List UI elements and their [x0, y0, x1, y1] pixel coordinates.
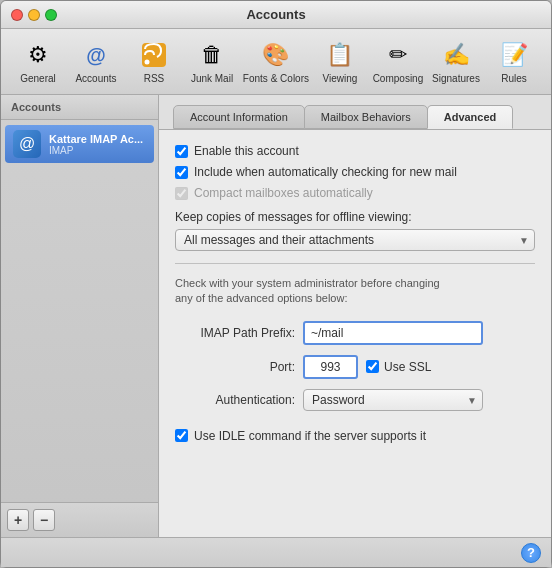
enable-account-row: Enable this account: [175, 144, 535, 158]
rules-icon: 📝: [498, 39, 530, 71]
content-area: Accounts @ Kattare IMAP Ac... IMAP + −: [1, 95, 551, 537]
toolbar: ⚙ General @ Accounts RSS 🗑 Junk Mail 🎨 F…: [1, 29, 551, 95]
tab-mailbox-behaviors[interactable]: Mailbox Behaviors: [304, 105, 428, 129]
advanced-panel: Enable this account Include when automat…: [159, 130, 551, 537]
port-label: Port:: [175, 360, 295, 374]
imap-path-row: IMAP Path Prefix:: [175, 321, 535, 345]
toolbar-rss-label: RSS: [144, 73, 165, 84]
port-ssl-row: Use SSL: [303, 355, 431, 379]
toolbar-rules-label: Rules: [501, 73, 527, 84]
enable-account-checkbox[interactable]: [175, 145, 188, 158]
account-type: IMAP: [49, 145, 143, 156]
sidebar-account-item[interactable]: @ Kattare IMAP Ac... IMAP: [5, 125, 154, 163]
toolbar-fonts-colors-label: Fonts & Colors: [243, 73, 309, 84]
toolbar-fonts-colors[interactable]: 🎨 Fonts & Colors: [243, 35, 309, 88]
toolbar-viewing-label: Viewing: [322, 73, 357, 84]
toolbar-composing-label: Composing: [373, 73, 424, 84]
toolbar-signatures[interactable]: ✍ Signatures: [429, 35, 483, 88]
toolbar-junk-mail-label: Junk Mail: [191, 73, 233, 84]
tab-account-information[interactable]: Account Information: [173, 105, 305, 129]
close-button[interactable]: [11, 9, 23, 21]
offline-select[interactable]: All messages and their attachments: [175, 229, 535, 251]
sidebar-accounts-list: @ Kattare IMAP Ac... IMAP: [1, 120, 158, 502]
toolbar-general[interactable]: ⚙ General: [11, 35, 65, 88]
bottom-bar: ?: [1, 537, 551, 567]
account-name: Kattare IMAP Ac...: [49, 133, 143, 145]
auto-check-label: Include when automatically checking for …: [194, 165, 457, 179]
toolbar-rules[interactable]: 📝 Rules: [487, 35, 541, 88]
auth-select[interactable]: Password MD5 Challenge-Response NTLM Ker…: [303, 389, 483, 411]
rss-icon: [138, 39, 170, 71]
toolbar-accounts[interactable]: @ Accounts: [69, 35, 123, 88]
offline-select-wrapper: All messages and their attachments ▼: [175, 229, 535, 251]
help-button[interactable]: ?: [521, 543, 541, 563]
toolbar-viewing[interactable]: 📋 Viewing: [313, 35, 367, 88]
tab-bar: Account Information Mailbox Behaviors Ad…: [159, 95, 551, 130]
use-ssl-checkbox[interactable]: [366, 360, 379, 373]
maximize-button[interactable]: [45, 9, 57, 21]
toolbar-junk-mail[interactable]: 🗑 Junk Mail: [185, 35, 239, 88]
toolbar-signatures-label: Signatures: [432, 73, 480, 84]
sidebar-header: Accounts: [1, 95, 158, 120]
auto-check-checkbox[interactable]: [175, 166, 188, 179]
auth-label: Authentication:: [175, 393, 295, 407]
use-ssl-label: Use SSL: [384, 360, 431, 374]
composing-icon: ✏: [382, 39, 414, 71]
toolbar-composing[interactable]: ✏ Composing: [371, 35, 425, 88]
toolbar-accounts-label: Accounts: [75, 73, 116, 84]
viewing-icon: 📋: [324, 39, 356, 71]
enable-account-label: Enable this account: [194, 144, 299, 158]
accounts-window: Accounts ⚙ General @ Accounts RSS 🗑 Junk…: [0, 0, 552, 568]
compact-checkbox[interactable]: [175, 187, 188, 200]
minimize-button[interactable]: [28, 9, 40, 21]
account-info: Kattare IMAP Ac... IMAP: [49, 133, 143, 156]
idle-row: Use IDLE command if the server supports …: [175, 429, 535, 443]
port-row: Port: Use SSL: [175, 355, 535, 379]
auth-row: Authentication: Password MD5 Challenge-R…: [175, 389, 535, 411]
right-panel: Account Information Mailbox Behaviors Ad…: [159, 95, 551, 537]
window-controls: [11, 9, 57, 21]
auto-check-row: Include when automatically checking for …: [175, 165, 535, 179]
title-bar: Accounts: [1, 1, 551, 29]
imap-path-label: IMAP Path Prefix:: [175, 326, 295, 340]
idle-label: Use IDLE command if the server supports …: [194, 429, 426, 443]
port-input[interactable]: [303, 355, 358, 379]
general-icon: ⚙: [22, 39, 54, 71]
sidebar: Accounts @ Kattare IMAP Ac... IMAP + −: [1, 95, 159, 537]
offline-label: Keep copies of messages for offline view…: [175, 210, 535, 224]
idle-checkbox[interactable]: [175, 429, 188, 442]
window-title: Accounts: [246, 7, 305, 22]
section-divider: [175, 263, 535, 264]
sidebar-bottom-bar: + −: [1, 502, 158, 537]
signatures-icon: ✍: [440, 39, 472, 71]
fonts-colors-icon: 🎨: [260, 39, 292, 71]
junk-mail-icon: 🗑: [196, 39, 228, 71]
ssl-check-group: Use SSL: [366, 360, 431, 374]
compact-row: Compact mailboxes automatically: [175, 186, 535, 200]
toolbar-rss[interactable]: RSS: [127, 35, 181, 88]
toolbar-general-label: General: [20, 73, 56, 84]
compact-label: Compact mailboxes automatically: [194, 186, 373, 200]
account-avatar: @: [13, 130, 41, 158]
tab-advanced[interactable]: Advanced: [427, 105, 514, 129]
admin-note: Check with your system administrator bef…: [175, 276, 535, 307]
add-account-button[interactable]: +: [7, 509, 29, 531]
remove-account-button[interactable]: −: [33, 509, 55, 531]
accounts-icon: @: [80, 39, 112, 71]
imap-path-input[interactable]: [303, 321, 483, 345]
svg-point-1: [145, 60, 150, 65]
offline-section: Keep copies of messages for offline view…: [175, 210, 535, 251]
auth-select-wrapper: Password MD5 Challenge-Response NTLM Ker…: [303, 389, 483, 411]
